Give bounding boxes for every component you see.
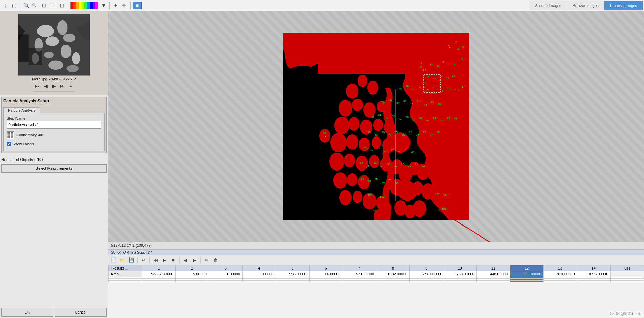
- svg-text:77: 77: [430, 133, 433, 136]
- tab-acquire-images[interactable]: Acquire Images: [529, 1, 567, 10]
- active-tool-icon[interactable]: ■: [133, 2, 142, 9]
- cell-0-13[interactable]: 1095.00000: [577, 271, 610, 277]
- col-header-12[interactable]: 12: [510, 265, 544, 271]
- zoom-actual-icon[interactable]: 1:1: [49, 2, 57, 9]
- cell-0-8[interactable]: 298.00000: [410, 271, 443, 277]
- svg-text:91: 91: [415, 163, 418, 166]
- cell-0-4[interactable]: 558.00000: [276, 271, 309, 277]
- last-frame-btn[interactable]: ⏭: [59, 83, 66, 89]
- image-thumbnail[interactable]: [18, 14, 90, 76]
- canvas-area[interactable]: 2 3 4 5 11 12 13 14 9 10 8 6 1: [108, 11, 644, 242]
- stop-btn[interactable]: ■: [67, 83, 74, 89]
- first-frame-btn[interactable]: ⏮: [34, 83, 41, 89]
- step-name-input[interactable]: Particle Analysis 1: [7, 121, 101, 129]
- svg-text:76: 76: [363, 146, 366, 150]
- col-header-8[interactable]: 8: [376, 265, 410, 271]
- svg-text:87: 87: [380, 165, 384, 168]
- prev-step-btn[interactable]: ◀: [182, 256, 189, 264]
- col-header-1[interactable]: 1: [142, 265, 175, 271]
- col-header-3[interactable]: 3: [209, 265, 242, 271]
- col-header-5[interactable]: 5: [276, 265, 309, 271]
- cell-0-10[interactable]: 448.00000: [476, 271, 510, 277]
- svg-text:82: 82: [411, 151, 415, 154]
- tab-browse-images[interactable]: Browse Images: [567, 1, 604, 10]
- image-filename: Metal.jpg - 8-bit - 512x512: [32, 77, 76, 81]
- col-header-6[interactable]: 6: [309, 265, 343, 271]
- run-btn[interactable]: ▶: [161, 256, 168, 264]
- cell-0-3[interactable]: 1.00000: [243, 271, 276, 277]
- annotate-btn[interactable]: ✏: [203, 256, 210, 264]
- svg-text:45: 45: [424, 103, 427, 106]
- cell-0-0[interactable]: 53302.00000: [142, 271, 175, 277]
- colorbar-dropdown-icon[interactable]: ▼: [100, 2, 107, 9]
- col-header-10[interactable]: 10: [443, 265, 476, 271]
- play-btn[interactable]: ▶: [51, 83, 57, 89]
- col-header-2[interactable]: 2: [175, 265, 209, 271]
- stop-script-btn[interactable]: ■: [170, 256, 177, 264]
- svg-point-76: [449, 47, 450, 48]
- next-step-btn[interactable]: ▶: [191, 256, 198, 264]
- save-script-btn[interactable]: 💾: [128, 256, 135, 264]
- svg-rect-19: [8, 136, 10, 138]
- zoom-custom-icon[interactable]: ⊞: [58, 2, 66, 9]
- setup-panel-title: Particle Analysis Setup: [3, 99, 105, 105]
- col-header-11[interactable]: 11: [476, 265, 510, 271]
- col-header-13[interactable]: 13: [544, 265, 577, 271]
- select-measurements-btn[interactable]: Select Measurements: [1, 164, 107, 173]
- svg-point-46: [329, 153, 344, 171]
- move-icon[interactable]: ⊹: [1, 2, 9, 9]
- cell-0-11[interactable]: 650.00000: [510, 271, 544, 277]
- image-slider[interactable]: [33, 91, 75, 92]
- select-rect-icon[interactable]: ▢: [10, 2, 18, 9]
- zoom-fit-icon[interactable]: ⊡: [40, 2, 48, 9]
- cell-0-7[interactable]: 1082.00000: [376, 271, 410, 277]
- col-header-15[interactable]: CH: [610, 265, 644, 271]
- svg-point-13: [48, 60, 63, 70]
- svg-rect-18: [11, 132, 13, 134]
- run-to-start-btn[interactable]: ⏮: [152, 256, 159, 264]
- svg-text:90: 90: [387, 163, 390, 166]
- new-script-btn[interactable]: 📄: [110, 256, 117, 264]
- undo-btn[interactable]: ↩: [140, 256, 147, 264]
- col-header-7[interactable]: 7: [343, 265, 376, 271]
- svg-point-14: [67, 65, 79, 72]
- cell-0-5[interactable]: 16.00000: [309, 271, 343, 277]
- svg-text:79: 79: [377, 146, 380, 150]
- open-script-btn[interactable]: 📁: [119, 256, 126, 264]
- svg-text:30: 30: [433, 86, 436, 89]
- svg-point-10: [72, 52, 80, 65]
- zoom-out-icon[interactable]: 🔍-: [31, 2, 39, 9]
- pointer-icon[interactable]: ✦: [112, 2, 119, 9]
- svg-text:17: 17: [462, 85, 465, 88]
- prev-frame-btn[interactable]: ◀: [42, 83, 49, 89]
- cell-0-9[interactable]: 738.00000: [443, 271, 476, 277]
- cell-0-1[interactable]: 5.00000: [175, 271, 209, 277]
- col-header-14[interactable]: 14: [577, 265, 610, 271]
- delete-btn[interactable]: 🗑: [212, 256, 219, 264]
- cell-0-2[interactable]: 1.00000: [209, 271, 242, 277]
- svg-text:11: 11: [419, 62, 422, 65]
- color-bar[interactable]: [70, 2, 98, 9]
- svg-text:101: 101: [435, 193, 440, 196]
- svg-text:4: 4: [457, 47, 459, 51]
- svg-text:104: 104: [371, 209, 376, 212]
- svg-text:10: 10: [448, 62, 451, 65]
- svg-text:39: 39: [403, 100, 406, 103]
- col-header-4[interactable]: 4: [243, 265, 276, 271]
- ok-btn[interactable]: OK: [1, 308, 53, 317]
- tab-process-images[interactable]: Process Images: [604, 1, 643, 10]
- particle-analysis-tab[interactable]: Particle Analysis: [3, 107, 40, 113]
- svg-point-36: [334, 117, 350, 134]
- cell-0-6[interactable]: 571.00000: [343, 271, 376, 277]
- cancel-btn[interactable]: Cancel: [55, 308, 107, 317]
- cell-0-12[interactable]: 870.00000: [544, 271, 577, 277]
- svg-point-33: [352, 99, 363, 111]
- pencil-icon[interactable]: ✏: [121, 2, 128, 9]
- results-table-container[interactable]: Results ...1234567891011121314CH Area533…: [108, 265, 644, 318]
- col-header-9[interactable]: 9: [410, 265, 443, 271]
- show-labels-checkbox[interactable]: [7, 142, 11, 146]
- svg-text:77: 77: [405, 147, 408, 150]
- connectivity-icon[interactable]: [7, 131, 14, 139]
- col-header-0[interactable]: Results ...: [109, 265, 142, 271]
- zoom-in-icon[interactable]: 🔍: [22, 2, 30, 9]
